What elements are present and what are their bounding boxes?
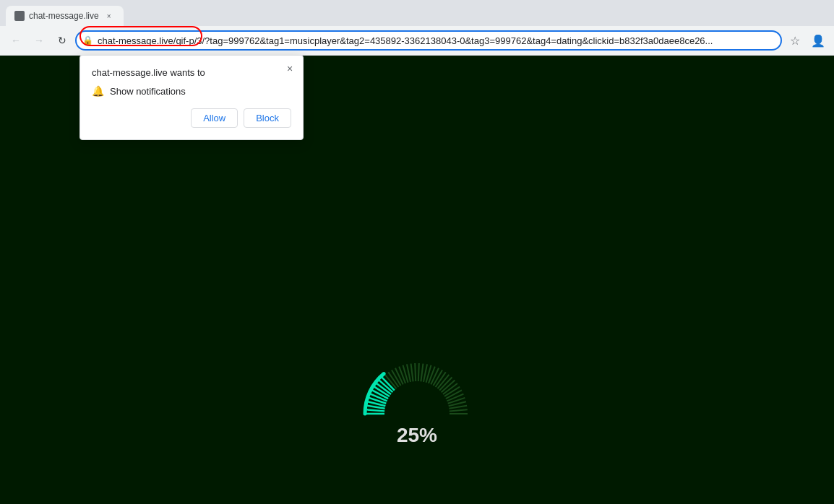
popup-permission-text: Show notifications [110, 86, 186, 97]
reload-button[interactable]: ↻ [52, 30, 72, 51]
nav-bar: ← → ↻ 🔒 chat-message.live/gif-p/3/?tag=9… [0, 26, 834, 55]
svg-line-20 [418, 363, 419, 381]
tab-favicon [14, 11, 25, 21]
svg-line-1 [366, 409, 384, 411]
lock-icon: 🔒 [82, 35, 93, 45]
popup-buttons: Allow Block [92, 108, 291, 128]
percent-label: 25% [397, 424, 437, 447]
loader-container: // We'll do this in the populate script … [359, 349, 475, 447]
notification-popup: × chat-message.live wants to 🔔 Show noti… [79, 55, 304, 140]
back-button[interactable]: ← [6, 30, 26, 51]
bookmark-button[interactable]: ☆ [785, 30, 805, 51]
forward-button[interactable]: → [29, 30, 49, 51]
block-button[interactable]: Block [244, 108, 291, 128]
tab-bar: chat-message.live × [0, 0, 834, 26]
svg-line-37 [449, 406, 467, 409]
allow-button[interactable]: Allow [191, 108, 238, 128]
account-button[interactable]: 👤 [808, 30, 828, 51]
popup-permission-row: 🔔 Show notifications [92, 85, 291, 97]
svg-line-19 [415, 363, 416, 381]
radial-loader-svg: // We'll do this in the populate script [359, 349, 475, 421]
svg-line-38 [450, 409, 468, 411]
svg-line-21 [421, 364, 423, 382]
tab-title: chat-message.live [29, 11, 99, 21]
address-text: chat-message.live/gif-p/3/?tag=999762&ta… [98, 35, 775, 46]
popup-title: chat-message.live wants to [92, 67, 291, 78]
svg-line-18 [411, 364, 413, 382]
browser-chrome: chat-message.live × ← → ↻ 🔒 chat-message… [0, 0, 834, 56]
browser-tab[interactable]: chat-message.live × [6, 6, 124, 26]
tab-close-button[interactable]: × [103, 10, 115, 22]
bell-icon: 🔔 [92, 85, 104, 97]
address-bar[interactable]: 🔒 chat-message.live/gif-p/3/?tag=999762&… [75, 30, 782, 51]
popup-close-button[interactable]: × [283, 61, 297, 76]
